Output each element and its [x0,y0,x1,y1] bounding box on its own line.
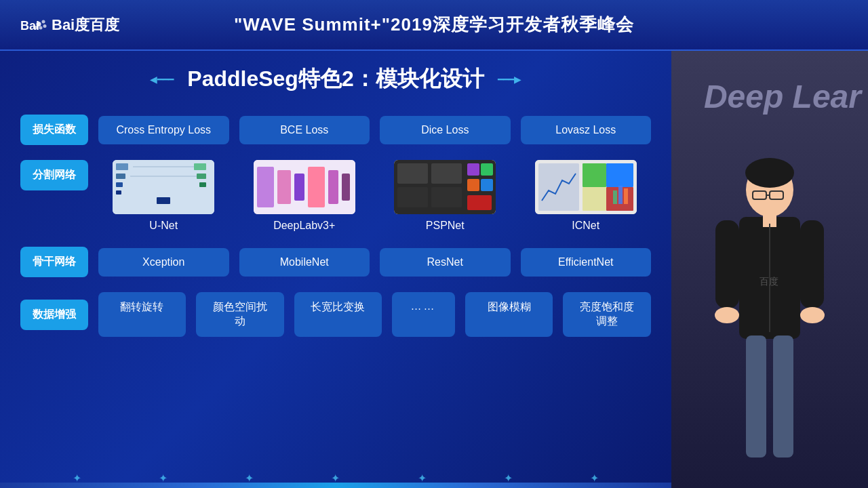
icnet-image [535,160,637,214]
dice-loss-btn[interactable]: Dice Loss [380,116,511,144]
svg-rect-10 [116,190,121,195]
xception-btn[interactable]: Xception [98,248,229,277]
svg-rect-39 [583,187,606,211]
flip-rotate-btn[interactable]: 翻转旋转 [98,292,186,337]
svg-rect-19 [277,170,291,204]
svg-rect-23 [342,174,350,201]
pspnet-card: PSPNet [380,160,511,232]
unet-image [113,160,214,214]
svg-rect-26 [431,163,462,184]
svg-point-3 [43,24,47,28]
brightness-btn[interactable]: 亮度饱和度调整 [563,292,651,337]
deeplab-image [254,160,355,214]
bottom-bar [0,483,671,488]
presenter-figure: 百度 [692,149,848,488]
unet-card: U-Net [98,160,229,232]
svg-rect-30 [481,163,493,176]
loss-row: 损失函数 Cross Entropy Loss BCE Loss Dice Lo… [20,115,651,145]
svg-point-54 [715,307,739,323]
icnet-card: ICNet [521,160,652,232]
slide-title-area: ◀━━━ PaddleSeg特色2：模块化设计 ━━━▶ [20,64,651,94]
svg-rect-53 [800,220,824,308]
blur-btn[interactable]: 图像模糊 [465,292,553,337]
presenter-background: Deep Lear [671,51,868,488]
svg-rect-20 [294,174,304,201]
loss-category-label: 损失函数 [20,115,88,145]
svg-rect-32 [481,179,493,191]
deeplab-label: DeepLabv3+ [273,220,335,232]
svg-rect-18 [257,167,274,207]
svg-point-5 [35,26,38,29]
deeplab-card: DeepLabv3+ [239,160,370,232]
color-space-btn[interactable]: 颜色空间扰动 [196,292,284,337]
svg-rect-42 [618,186,623,204]
ellipsis-btn: …… [392,292,455,337]
cross-entropy-loss-btn[interactable]: Cross Entropy Loss [98,116,229,144]
pspnet-label: PSPNet [426,220,465,232]
svg-point-55 [800,307,825,323]
backbone-category-label: 骨干网络 [20,247,88,277]
deep-learn-text: Deep Lear [704,78,861,115]
svg-rect-31 [467,179,479,191]
pspnet-image [394,160,496,214]
svg-rect-25 [397,163,428,184]
efficientnet-btn[interactable]: EfficientNet [521,248,652,277]
svg-rect-13 [199,182,206,187]
svg-rect-12 [197,174,206,179]
svg-point-4 [39,26,43,29]
loss-items: Cross Entropy Loss BCE Loss Dice Loss Lo… [98,116,651,144]
svg-point-1 [37,22,41,26]
svg-point-45 [745,158,794,188]
slide-panel: ◀━━━ PaddleSeg特色2：模块化设计 ━━━▶ 损失函数 Cross … [0,51,671,488]
backbone-row: 骨干网络 Xception MobileNet ResNet Efficient… [20,247,651,277]
svg-rect-16 [157,197,170,204]
icnet-label: ICNet [572,220,599,232]
svg-rect-22 [328,170,338,204]
header-bar: Bai Bai度百度 "WAVE Summit+"2019深度学习开发者秋季峰会 [0,0,868,51]
svg-rect-41 [613,190,617,204]
svg-text:Bai: Bai [20,18,39,32]
lovasz-loss-btn[interactable]: Lovasz Loss [521,116,652,144]
logo: Bai Bai度百度 [20,12,119,39]
augment-items: 翻转旋转 颜色空间扰动 长宽比变换 …… 图像模糊 亮度饱和度调整 [98,292,651,337]
svg-rect-56 [746,336,766,458]
presenter-panel: Deep Lear [671,51,868,488]
backbone-items: Xception MobileNet ResNet EfficientNet [98,248,651,277]
augment-category-label: 数据增强 [20,300,88,330]
title-deco-right: ━━━▶ [498,74,521,85]
svg-rect-7 [116,163,128,170]
svg-rect-21 [308,167,325,207]
resnet-btn[interactable]: ResNet [380,248,511,277]
main-area: ◀━━━ PaddleSeg特色2：模块化设计 ━━━▶ 损失函数 Cross … [0,51,868,488]
logo-text: Bai度百度 [52,15,119,35]
svg-rect-38 [606,163,633,187]
svg-text:百度: 百度 [760,276,778,287]
aspect-ratio-btn[interactable]: 长宽比变换 [294,292,382,337]
svg-point-2 [42,20,45,23]
svg-rect-27 [397,187,428,207]
bce-loss-btn[interactable]: BCE Loss [239,116,370,144]
svg-rect-43 [624,188,628,204]
segnet-items: U-Net Deep [98,160,651,232]
svg-rect-28 [431,187,462,207]
segnet-row: 分割网络 [20,160,651,232]
svg-rect-52 [715,220,739,308]
unet-label: U-Net [149,220,178,232]
augment-row: 数据增强 翻转旋转 颜色空间扰动 长宽比变换 …… 图像模糊 亮度饱和度调整 [20,292,651,337]
svg-rect-29 [467,163,479,176]
svg-rect-33 [467,195,492,210]
mobilenet-btn[interactable]: MobileNet [239,248,370,277]
slide-title: PaddleSeg特色2：模块化设计 [187,64,484,94]
segnet-category-label: 分割网络 [20,160,88,190]
title-deco-left: ◀━━━ [150,74,174,85]
svg-rect-37 [583,163,606,187]
svg-rect-9 [116,182,123,187]
header-title: "WAVE Summit+"2019深度学习开发者秋季峰会 [234,13,634,37]
svg-rect-11 [194,163,206,170]
svg-rect-57 [773,336,793,458]
svg-rect-8 [116,174,125,179]
